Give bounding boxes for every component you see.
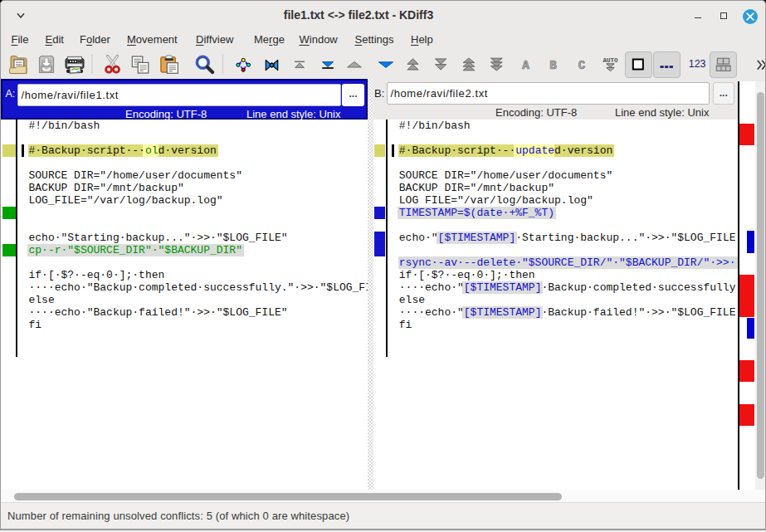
svg-text:123: 123: [689, 58, 706, 70]
svg-text:B: B: [549, 59, 557, 72]
svg-text:C: C: [578, 59, 586, 72]
svg-text:AUTO: AUTO: [603, 57, 618, 64]
svg-text:A: A: [522, 59, 529, 72]
